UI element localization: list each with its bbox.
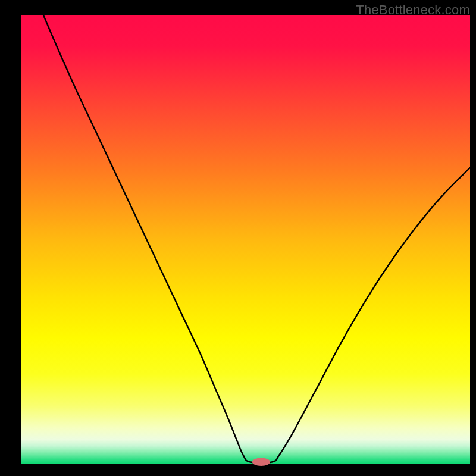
chart-container: TheBottleneck.com bbox=[0, 0, 476, 476]
bottleneck-curve-chart bbox=[0, 0, 476, 476]
optimal-point-marker bbox=[252, 458, 270, 466]
plot-area bbox=[21, 15, 470, 464]
watermark-text: TheBottleneck.com bbox=[356, 2, 470, 18]
